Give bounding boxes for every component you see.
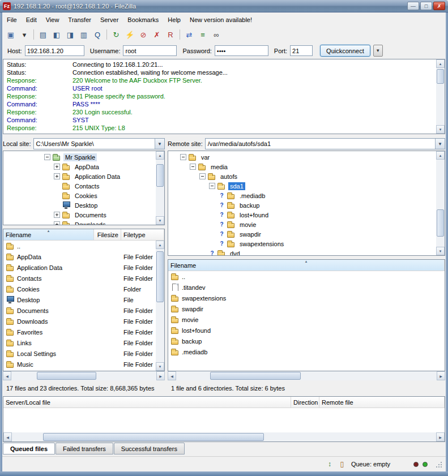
scroll-down-arrow[interactable]: ▼ — [156, 362, 164, 371]
queue-column-remote-file[interactable]: Remote file — [319, 397, 445, 408]
scroll-down-arrow[interactable]: ▼ — [436, 247, 445, 255]
toggle-local-tree-button[interactable]: ◧ — [50, 28, 63, 41]
remote-tree-item-var[interactable]: var — [168, 152, 445, 162]
menu-item-new-version-available[interactable]: New version available! — [185, 14, 257, 25]
maximize-button[interactable]: □ — [420, 2, 432, 10]
tab-successful-transfers[interactable]: Successful transfers — [114, 443, 185, 454]
local-list-scrollbar[interactable]: ▲ ▼ — [156, 241, 164, 371]
speed-limits-icon[interactable]: ↕ — [325, 459, 335, 469]
remote-tree-scrollbar[interactable]: ▲ ▼ — [436, 151, 445, 255]
scroll-track[interactable] — [436, 68, 445, 125]
plus-expand-icon[interactable] — [54, 212, 60, 218]
scroll-thumb[interactable] — [37, 372, 96, 380]
scroll-track[interactable] — [156, 160, 164, 216]
local-row-favorites[interactable]: FavoritesFile Folder — [3, 327, 164, 337]
password-input[interactable] — [215, 45, 268, 56]
chevron-down-icon[interactable]: ▼ — [155, 139, 164, 149]
chevron-down-icon[interactable]: ▼ — [435, 139, 445, 149]
toggle-remote-tree-button[interactable]: ◨ — [64, 28, 76, 41]
remote-tree-item-lost-found[interactable]: ?lost+found — [168, 210, 445, 220]
local-file-list[interactable]: Filename▴FilesizeFiletype ..AppDataFile … — [3, 229, 165, 371]
minus-expand-icon[interactable] — [199, 173, 206, 179]
transfer-queue[interactable]: Server/Local fileDirectionRemote file ◀ … — [3, 396, 445, 442]
scroll-up-arrow[interactable]: ▲ — [436, 59, 445, 68]
local-row-item[interactable]: .. — [3, 241, 164, 251]
scroll-up-arrow[interactable]: ▲ — [436, 151, 445, 160]
minus-expand-icon[interactable] — [44, 154, 50, 160]
toggle-message-log-button[interactable]: ▤ — [37, 28, 49, 41]
local-tree-item-desktop[interactable]: Desktop — [3, 200, 164, 210]
process-queue-button[interactable]: ⚡ — [123, 28, 136, 41]
menu-item-bookmarks[interactable]: Bookmarks — [123, 14, 163, 25]
queue-body[interactable] — [3, 408, 445, 432]
local-column-filetype[interactable]: Filetype — [121, 229, 164, 240]
remote-row-movie[interactable]: movie — [168, 314, 445, 325]
local-site-combo[interactable]: C:\Users\Mr Sparkle\ ▼ — [33, 138, 165, 149]
find-files-button[interactable]: ∞ — [210, 28, 223, 41]
local-list-hscrollbar[interactable]: ◀ ▶ — [3, 371, 165, 380]
menu-item-transfer[interactable]: Transfer — [63, 14, 96, 25]
toggle-queue-button[interactable]: ▥ — [78, 28, 90, 41]
local-row-cookies[interactable]: CookiesFolder — [3, 284, 164, 294]
local-tree-scrollbar[interactable]: ▲ ▼ — [156, 151, 164, 225]
question-expand-icon[interactable]: ? — [219, 241, 225, 247]
scroll-track[interactable] — [436, 160, 445, 247]
lock-icon[interactable]: ▯ — [337, 459, 347, 469]
refresh-button[interactable]: ↻ — [110, 28, 122, 41]
minus-expand-icon[interactable] — [190, 164, 196, 170]
tab-queued-files[interactable]: Queued files — [3, 443, 55, 454]
scroll-up-arrow[interactable]: ▲ — [156, 241, 164, 249]
remote-column-filename[interactable]: Filename▴ — [168, 260, 445, 271]
site-manager-button[interactable]: ▣ — [5, 28, 17, 41]
local-tree-item-appdata[interactable]: AppData — [3, 162, 164, 171]
remote-tree-item-autofs[interactable]: autofs — [168, 171, 445, 181]
reconnect-button[interactable]: R — [164, 28, 177, 41]
queue-column-server-local-file[interactable]: Server/Local file — [3, 397, 291, 408]
menu-item-edit[interactable]: Edit — [22, 14, 41, 25]
scroll-left-arrow[interactable]: ◀ — [3, 432, 12, 441]
cancel-operation-button[interactable]: ⊘ — [137, 28, 150, 41]
question-expand-icon[interactable]: ? — [219, 221, 225, 228]
plus-expand-icon[interactable] — [54, 164, 60, 170]
remote-row-lost-found[interactable]: lost+found — [168, 325, 445, 336]
synchronized-browsing-button[interactable]: ≡ — [197, 28, 209, 41]
scroll-thumb[interactable] — [210, 372, 301, 380]
tab-failed-transfers[interactable]: Failed transfers — [56, 443, 113, 454]
plus-expand-icon[interactable] — [54, 173, 60, 179]
remote-tree-item-dvd[interactable]: ?dvd — [168, 248, 445, 256]
local-row-contacts[interactable]: ContactsFile Folder — [3, 273, 164, 284]
local-tree-item-cookies[interactable]: Cookies — [3, 191, 164, 200]
menu-item-help[interactable]: Help — [163, 14, 185, 25]
scroll-down-arrow[interactable]: ▼ — [156, 216, 164, 225]
remote-row-titandev[interactable]: .titandev — [168, 282, 445, 293]
remote-tree-item-backup[interactable]: ?backup — [168, 200, 445, 210]
remote-tree-item-swapdir[interactable]: ?swapdir — [168, 229, 445, 239]
local-column-filename[interactable]: Filename▴ — [3, 229, 94, 240]
scroll-left-arrow[interactable]: ◀ — [3, 371, 11, 380]
scroll-thumb[interactable] — [437, 69, 444, 84]
remote-tree-item-swapextensions[interactable]: ?swapextensions — [168, 239, 445, 248]
scroll-track[interactable] — [11, 371, 156, 380]
remote-file-list[interactable]: Filename▴ ...titandevswapextensionsswapd… — [168, 259, 445, 371]
scroll-up-arrow[interactable]: ▲ — [156, 151, 164, 160]
local-row-application-data[interactable]: Application DataFile Folder — [3, 262, 164, 273]
scroll-down-arrow[interactable]: ▼ — [436, 125, 445, 134]
queue-hscrollbar[interactable]: ◀ ▶ — [3, 432, 445, 441]
scroll-thumb[interactable] — [156, 251, 164, 302]
question-expand-icon[interactable]: ? — [219, 192, 225, 199]
port-input[interactable] — [290, 45, 313, 56]
scroll-right-arrow[interactable]: ▶ — [156, 371, 165, 380]
scroll-thumb[interactable] — [156, 164, 164, 187]
scroll-track[interactable] — [12, 432, 436, 441]
remote-site-combo[interactable]: /var/media/autofs/sda1 ▼ — [205, 138, 445, 149]
titlebar[interactable]: Fz 192.168.1.20 - root@192.168.1.20 - Fi… — [0, 0, 448, 12]
local-row-music[interactable]: MusicFile Folder — [3, 359, 164, 370]
remote-list-hscrollbar[interactable]: ◀ ▶ — [168, 371, 445, 380]
scroll-left-arrow[interactable]: ◀ — [168, 371, 176, 380]
local-tree-item-contacts[interactable]: Contacts — [3, 181, 164, 191]
plus-expand-icon[interactable] — [54, 221, 60, 225]
log-scrollbar[interactable]: ▲ ▼ — [436, 59, 445, 134]
remote-row-mediadb[interactable]: .mediadb — [168, 346, 445, 357]
scroll-right-arrow[interactable]: ▶ — [437, 371, 445, 380]
question-expand-icon[interactable]: ? — [219, 231, 225, 237]
